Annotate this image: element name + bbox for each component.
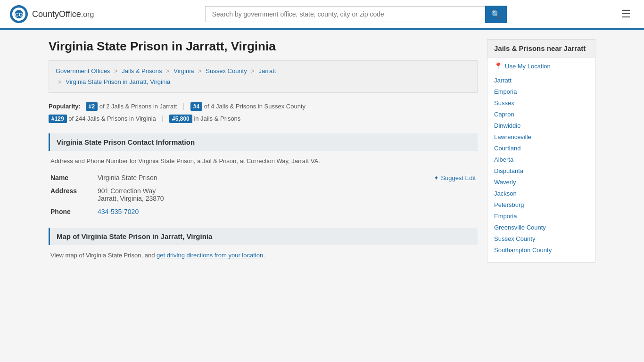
use-location-area: 📍 Use My Location	[487, 58, 595, 72]
popularity-section: Popularity: #2 of 2 Jails & Prisons in J…	[49, 100, 478, 125]
sidebar-link-5[interactable]: Lawrenceville	[494, 133, 531, 140]
breadcrumb-jails[interactable]: Jails & Prisons	[122, 67, 162, 74]
map-directions-link[interactable]: get driving directions from your locatio…	[157, 252, 263, 259]
sidebar-title: Jails & Prisons near Jarratt	[487, 40, 595, 58]
list-item: Sussex County	[494, 235, 588, 242]
site-header: CO CountyOffice.org 🔍 ☰	[0, 0, 644, 30]
address-label: Address	[49, 184, 96, 205]
sidebar-link-1[interactable]: Emporia	[494, 88, 517, 95]
breadcrumb-sussex[interactable]: Sussex County	[206, 67, 247, 74]
rank2-badge: #4	[190, 102, 202, 111]
sidebar-link-11[interactable]: Petersburg	[494, 201, 524, 208]
menu-button[interactable]: ☰	[618, 6, 635, 22]
contact-table: Name Virginia State Prison ✦Suggest Edit…	[49, 171, 478, 218]
list-item: Petersburg	[494, 201, 588, 208]
map-desc: View map of Virginia State Prison, and g…	[49, 252, 478, 259]
contact-section-desc: Address and Phone Number for Virginia St…	[49, 157, 478, 165]
sidebar-link-8[interactable]: Disputanta	[494, 167, 523, 174]
contact-address-row: Address 901 Correction Way Jarratt, Virg…	[49, 184, 478, 205]
rank3-text: of 244 Jails & Prisons in Virginia	[68, 115, 156, 122]
contact-phone-row: Phone 434-535-7020	[49, 205, 478, 218]
sidebar-link-14[interactable]: Sussex County	[494, 235, 535, 242]
sidebar-links-list: JarrattEmporiaSussexCapronDinwiddieLawre…	[487, 72, 595, 262]
sidebar-link-0[interactable]: Jarratt	[494, 77, 512, 84]
breadcrumb-sep-2: >	[166, 67, 170, 74]
rank4-badge: #5,800	[169, 115, 192, 123]
list-item: Emporia	[494, 88, 588, 95]
rank4-text: in Jails & Prisons	[194, 115, 240, 122]
contact-section: Virginia State Prison Contact Informatio…	[49, 133, 478, 218]
suggest-edit-link[interactable]: ✦Suggest Edit	[434, 174, 476, 181]
map-section-header: Map of Virginia State Prison in Jarratt,…	[49, 228, 478, 245]
breadcrumb-jarratt[interactable]: Jarratt	[259, 67, 276, 74]
sidebar-link-10[interactable]: Jackson	[494, 190, 517, 197]
list-item: Dinwiddie	[494, 122, 588, 129]
map-desc-end: .	[263, 252, 265, 259]
list-item: Jarratt	[494, 76, 588, 84]
use-location-link[interactable]: Use My Location	[505, 63, 551, 70]
rank2-text: of 4 Jails & Prisons in Sussex County	[204, 103, 305, 110]
list-item: Greensville County	[494, 223, 588, 231]
map-desc-start: View map of Virginia State Prison, and	[50, 252, 157, 259]
logo-area: CO CountyOffice.org	[9, 5, 94, 24]
list-item: Sussex	[494, 99, 588, 107]
breadcrumb: Government Offices > Jails & Prisons > V…	[49, 60, 478, 93]
list-item: Lawrenceville	[494, 133, 588, 140]
svg-text:CO: CO	[15, 12, 23, 17]
logo-text: CountyOffice.org	[32, 9, 94, 19]
sidebar-link-13[interactable]: Greensville County	[494, 224, 546, 231]
list-item: Jackson	[494, 189, 588, 197]
sidebar-link-12[interactable]: Emporia	[494, 213, 517, 220]
name-label: Name	[49, 171, 96, 184]
logo-icon: CO	[9, 5, 28, 24]
list-item: Disputanta	[494, 167, 588, 174]
pop-sep-1	[183, 103, 184, 110]
popularity-label: Popularity:	[49, 103, 81, 110]
sidebar-link-3[interactable]: Capron	[494, 111, 514, 118]
sidebar-link-15[interactable]: Southampton County	[494, 247, 552, 254]
map-section: Map of Virginia State Prison in Jarratt,…	[49, 228, 478, 259]
search-input[interactable]	[205, 6, 485, 22]
rank1-badge: #2	[86, 102, 98, 111]
list-item: Alberta	[494, 156, 588, 163]
sidebar-link-7[interactable]: Alberta	[494, 156, 513, 163]
page-title: Virginia State Prison in Jarratt, Virgin…	[49, 39, 478, 54]
sidebar-link-2[interactable]: Sussex	[494, 99, 514, 107]
contact-section-header: Virginia State Prison Contact Informatio…	[49, 133, 478, 151]
list-item: Emporia	[494, 212, 588, 220]
list-item: Courtland	[494, 144, 588, 152]
sidebar-link-9[interactable]: Waverly	[494, 179, 516, 186]
list-item: Capron	[494, 110, 588, 118]
search-button[interactable]: 🔍	[485, 6, 507, 23]
breadcrumb-sep-1: >	[114, 67, 118, 74]
list-item: Southampton County	[494, 246, 588, 254]
search-area: 🔍	[205, 6, 507, 23]
main-container: Virginia State Prison in Jarratt, Virgin…	[39, 30, 605, 278]
edit-icon: ✦	[434, 174, 439, 181]
left-content: Virginia State Prison in Jarratt, Virgin…	[49, 39, 478, 268]
pop-sep-2	[162, 115, 163, 122]
right-sidebar: Jails & Prisons near Jarratt 📍 Use My Lo…	[487, 39, 595, 268]
sidebar-link-4[interactable]: Dinwiddie	[494, 122, 520, 129]
pin-icon: 📍	[494, 62, 502, 70]
address-value: 901 Correction Way Jarratt, Virginia, 23…	[96, 184, 327, 205]
breadcrumb-sep-3: >	[198, 67, 202, 74]
contact-name-row: Name Virginia State Prison ✦Suggest Edit	[49, 171, 478, 184]
breadcrumb-gov-offices[interactable]: Government Offices	[56, 67, 110, 74]
breadcrumb-sep-4: >	[251, 67, 255, 74]
breadcrumb-sep-5: >	[58, 78, 62, 85]
breadcrumb-virginia[interactable]: Virginia	[173, 67, 194, 74]
rank1-text: of 2 Jails & Prisons in Jarratt	[99, 103, 177, 110]
name-value: Virginia State Prison	[96, 171, 327, 184]
breadcrumb-current[interactable]: Virginia State Prison in Jarratt, Virgin…	[66, 78, 170, 85]
phone-link[interactable]: 434-535-7020	[98, 208, 139, 215]
list-item: Waverly	[494, 178, 588, 186]
sidebar-link-6[interactable]: Courtland	[494, 145, 520, 152]
phone-label: Phone	[49, 205, 96, 218]
sidebar-box: Jails & Prisons near Jarratt 📍 Use My Lo…	[487, 39, 595, 263]
rank3-badge: #129	[49, 115, 67, 123]
